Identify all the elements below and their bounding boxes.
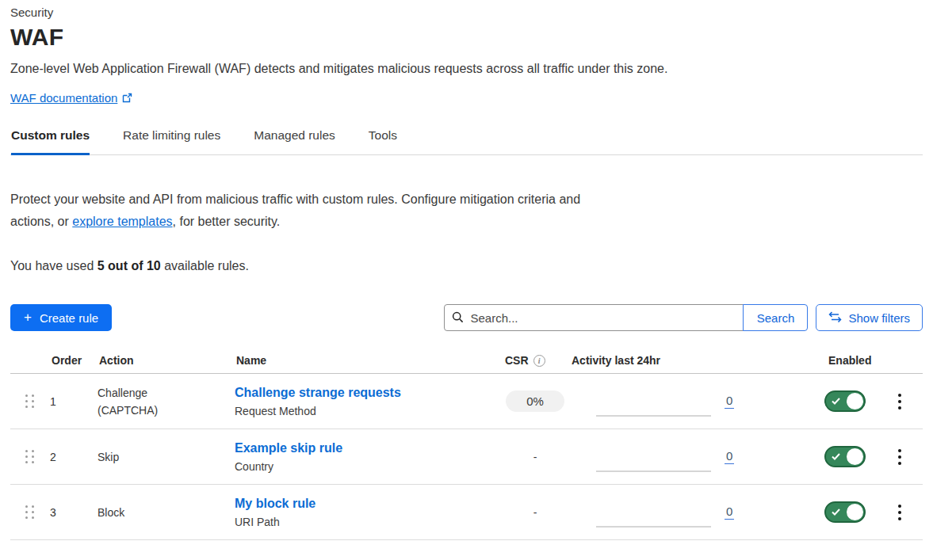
tab-tools[interactable]: Tools xyxy=(369,128,397,155)
enabled-toggle[interactable] xyxy=(824,390,866,412)
header-action: Action xyxy=(98,354,235,367)
activity-count-link[interactable]: 0 xyxy=(725,449,734,464)
usage-after: available rules. xyxy=(161,259,249,272)
enabled-cell xyxy=(824,446,880,467)
plus-icon: + xyxy=(24,310,32,326)
header-activity: Activity last 24hr xyxy=(567,354,824,367)
info-icon[interactable]: i xyxy=(533,355,545,367)
drag-handle-icon[interactable] xyxy=(25,394,35,408)
activity-cell: 0 xyxy=(567,374,824,429)
table-header: Order Action Name CSR i Activity last 24… xyxy=(10,348,923,374)
tab-rate-limiting-rules[interactable]: Rate limiting rules xyxy=(123,128,220,155)
drag-handle-icon[interactable] xyxy=(25,505,35,519)
breadcrumb: Security xyxy=(10,6,923,19)
activity-sparkline xyxy=(596,415,711,417)
show-filters-button[interactable]: Show filters xyxy=(816,304,923,331)
check-icon xyxy=(832,394,840,407)
activity-sparkline xyxy=(596,470,711,472)
tab-bar: Custom rules Rate limiting rules Managed… xyxy=(10,128,923,155)
rule-order: 3 xyxy=(50,506,98,519)
rule-name-link[interactable]: My block rule xyxy=(235,497,315,510)
enabled-cell xyxy=(824,390,880,412)
create-rule-button[interactable]: + Create rule xyxy=(10,304,112,331)
waf-page: Security WAF Zone-level Web Application … xyxy=(0,0,933,560)
kebab-menu-icon[interactable] xyxy=(888,501,912,524)
search-icon xyxy=(452,311,464,326)
header-name: Name xyxy=(235,354,503,367)
rule-field: URI Path xyxy=(235,516,503,528)
csr-value: - xyxy=(533,451,537,463)
intro-text: Protect your website and API from malici… xyxy=(10,189,601,233)
csr-cell: 0% xyxy=(503,390,567,412)
activity-sparkline xyxy=(596,526,711,528)
csr-value: - xyxy=(533,506,537,519)
csr-cell: - xyxy=(503,451,567,463)
enabled-toggle[interactable] xyxy=(824,446,866,467)
search-button[interactable]: Search xyxy=(743,304,808,331)
activity-count-link[interactable]: 0 xyxy=(725,394,734,409)
rule-field: Country xyxy=(235,460,503,473)
table-row: 1 Challenge (CAPTCHA) Challenge strange … xyxy=(10,374,923,429)
rule-name-cell: Example skip rule Country xyxy=(235,441,503,473)
drag-handle-icon[interactable] xyxy=(25,450,35,463)
rule-order: 1 xyxy=(50,395,98,408)
check-icon xyxy=(832,505,840,518)
header-enabled: Enabled xyxy=(824,354,880,367)
header-csr: CSR xyxy=(505,354,529,367)
activity-cell: 0 xyxy=(567,429,824,484)
waf-documentation-link[interactable]: WAF documentation xyxy=(10,91,117,105)
check-icon xyxy=(832,450,840,463)
table-row: 3 Block My block rule URI Path - 0 xyxy=(10,485,923,540)
toggle-knob xyxy=(847,504,863,520)
rules-table: Order Action Name CSR i Activity last 24… xyxy=(10,348,923,540)
activity-count-link[interactable]: 0 xyxy=(725,505,734,520)
page-title: WAF xyxy=(10,24,923,51)
csr-cell: - xyxy=(503,506,567,519)
rule-action: Skip xyxy=(98,448,235,466)
tab-managed-rules[interactable]: Managed rules xyxy=(254,128,335,155)
tab-custom-rules[interactable]: Custom rules xyxy=(11,128,90,155)
toolbar-right: Search Show filters xyxy=(444,304,923,331)
external-link-icon xyxy=(122,93,132,103)
toolbar: + Create rule Search Show filters xyxy=(10,304,923,331)
kebab-menu-icon[interactable] xyxy=(888,390,912,413)
kebab-menu-icon[interactable] xyxy=(888,446,912,468)
header-order: Order xyxy=(50,354,98,367)
rule-name-cell: Challenge strange requests Request Metho… xyxy=(235,386,503,417)
toggle-knob xyxy=(847,393,863,410)
rule-field: Request Method xyxy=(235,405,503,417)
doc-link-row: WAF documentation xyxy=(10,91,923,105)
intro-after: , for better security. xyxy=(173,215,281,228)
show-filters-label: Show filters xyxy=(848,311,910,325)
enabled-cell xyxy=(824,501,880,523)
search-input[interactable] xyxy=(444,304,744,331)
usage-count: 5 out of 10 xyxy=(98,259,161,272)
explore-templates-link[interactable]: explore templates xyxy=(72,215,172,228)
csr-badge: 0% xyxy=(506,390,564,412)
rule-name-cell: My block rule URI Path xyxy=(235,497,503,528)
table-row: 2 Skip Example skip rule Country - 0 xyxy=(10,429,923,485)
rule-action: Block xyxy=(98,504,235,521)
search-wrap: Search xyxy=(444,304,808,331)
rule-name-link[interactable]: Example skip rule xyxy=(235,441,342,455)
page-description: Zone-level Web Application Firewall (WAF… xyxy=(10,62,923,76)
usage-before: You have used xyxy=(10,259,98,272)
swap-arrows-icon xyxy=(828,311,842,325)
create-rule-label: Create rule xyxy=(40,311,98,325)
rule-name-link[interactable]: Challenge strange requests xyxy=(235,386,401,399)
rule-action: Challenge (CAPTCHA) xyxy=(98,384,235,419)
usage-text: You have used 5 out of 10 available rule… xyxy=(10,259,923,273)
toggle-knob xyxy=(847,448,863,465)
activity-cell: 0 xyxy=(567,485,824,539)
enabled-toggle[interactable] xyxy=(824,501,866,523)
rule-order: 2 xyxy=(50,451,98,463)
